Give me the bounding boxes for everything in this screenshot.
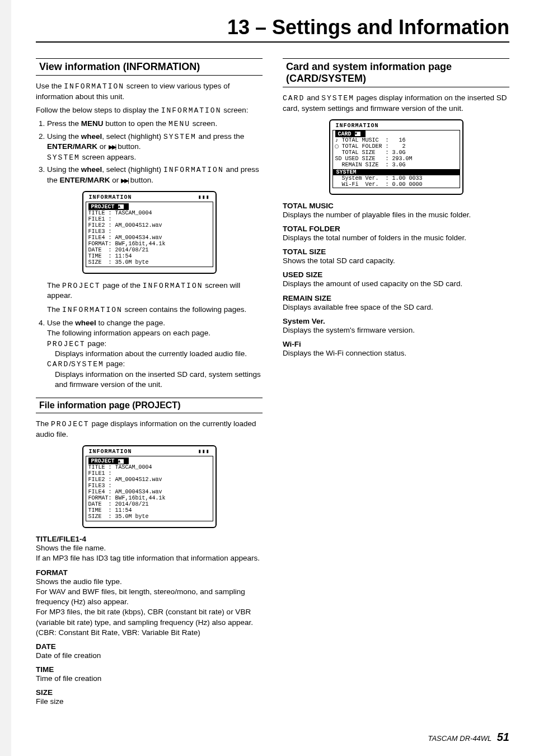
right-column: Card and system information page (CARD/S… — [283, 58, 509, 708]
view-info-heading: View information (INFORMATION) — [36, 58, 263, 76]
lcd-card-screenshot: INFORMATION CARD ♪ TOTAL MUSIC : 16 ▢ TO… — [329, 119, 463, 195]
post-lcd-2: The INFORMATION screen contains the foll… — [36, 305, 263, 315]
lcd-project-screenshot-2: INFORMATION▮▮▮ PROJECT TITLE : TASCAM_00… — [82, 445, 217, 528]
intro-2: Follow the below steps to display the IN… — [36, 105, 263, 116]
left-column: View information (INFORMATION) Use the I… — [36, 58, 263, 708]
card-intro: CARD and SYSTEM pages display informatio… — [283, 93, 509, 114]
steps-list: Press the MENU button to open the MENU s… — [36, 119, 263, 185]
fast-forward-icon: ▶▶| — [109, 143, 116, 150]
file-info-heading: File information page (PROJECT) — [36, 398, 263, 413]
project-intro: The PROJECT page displays information on… — [36, 419, 263, 440]
card-definitions: TOTAL MUSICDisplays the number of playab… — [283, 202, 509, 359]
card-system-heading: Card and system information page (CARD/S… — [283, 58, 509, 87]
post-lcd-1: The PROJECT page of the INFORMATION scre… — [36, 281, 263, 301]
intro-1: Use the INFORMATION screen to view vario… — [36, 81, 263, 102]
fast-forward-icon: ▶▶| — [121, 177, 128, 184]
step-3: Using the wheel, select (highlight) INFO… — [47, 165, 263, 185]
chapter-title: 13 – Settings and Information — [36, 16, 509, 43]
step-4: Use the wheel to change the page. The fo… — [47, 318, 263, 390]
page-number: 51 — [497, 731, 509, 743]
step-1: Press the MENU button to open the MENU s… — [47, 119, 263, 129]
footer-brand: TASCAM DR-44WL — [428, 734, 491, 743]
project-definitions: TITLE/FILE1-4Shows the file name. If an … — [36, 535, 263, 707]
step-2: Using the wheel, select (highlight) SYST… — [47, 132, 263, 162]
lcd-project-screenshot: INFORMATION▮▮▮ PROJECT TITLE : TASCAM_00… — [82, 191, 217, 274]
page-footer: TASCAM DR-44WL 51 — [428, 731, 509, 744]
steps-list-2: Use the wheel to change the page. The fo… — [36, 318, 263, 390]
